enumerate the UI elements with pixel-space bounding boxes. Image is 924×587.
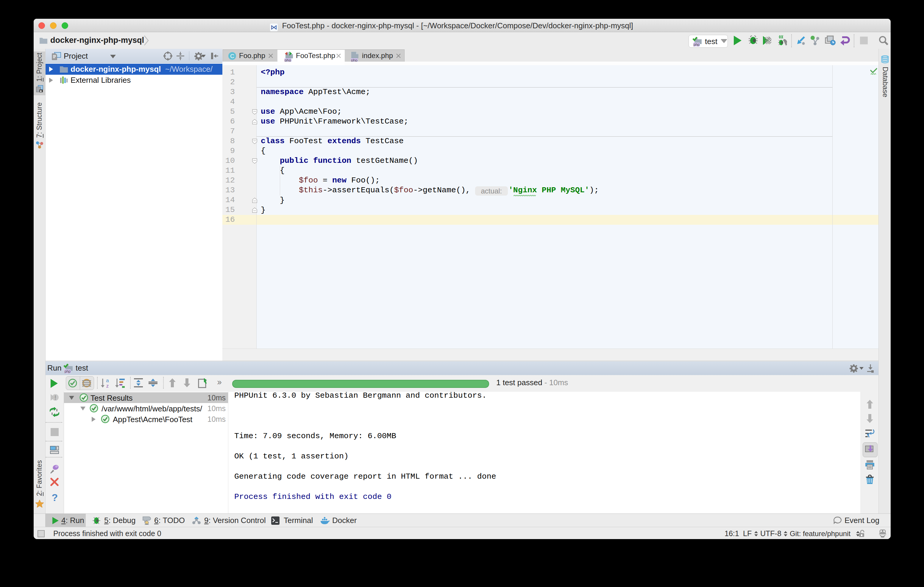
svg-text:C: C [230,53,234,59]
svg-text:!: ! [54,394,56,401]
svg-text:a: a [106,378,109,383]
svg-text:php: php [694,43,700,46]
svg-text:php: php [64,369,71,373]
svg-text:z: z [106,383,109,388]
